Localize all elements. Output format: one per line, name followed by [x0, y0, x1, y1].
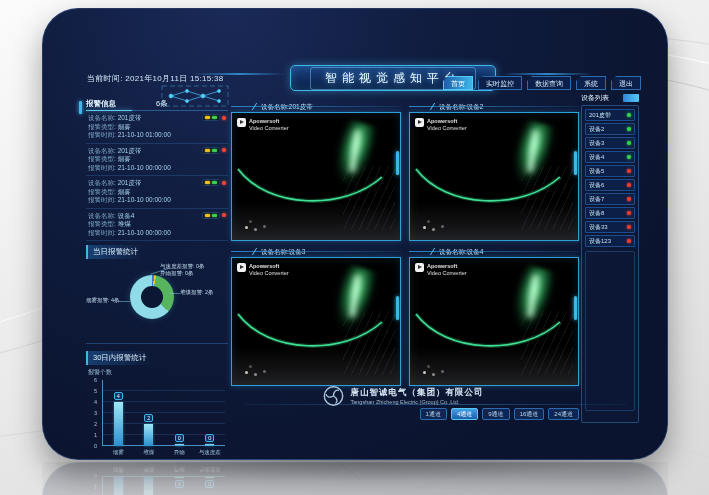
alarm-type: 烟雾: [118, 123, 131, 130]
video-player[interactable]: ApowersoftVideo Converter: [409, 112, 579, 241]
alarm-indicator-lights: [202, 212, 226, 219]
alarm-indicator-lights: [202, 114, 226, 121]
girder-structure: [343, 166, 395, 230]
alarm-time: 21-10-10 00:00:00: [118, 229, 171, 236]
nav-button[interactable]: 实时监控: [478, 76, 522, 90]
device-list-header: 设备列表: [581, 93, 639, 103]
video-scrollbar[interactable]: [574, 296, 577, 320]
y-tick: 2: [86, 421, 97, 427]
video-player[interactable]: ApowersoftVideo Converter: [409, 257, 579, 386]
device-list-spacer: [585, 251, 635, 411]
video-title: 设备名称:设备2: [409, 101, 579, 112]
device-row[interactable]: 201皮带: [585, 109, 635, 121]
nav-button[interactable]: 数据查询: [527, 76, 571, 90]
watermark: ApowersoftVideo Converter: [237, 118, 289, 131]
alarm-card[interactable]: 设备名称: 201皮带 报警类型: 烟雾 报警时间: 21-10-10 00:0…: [86, 176, 228, 209]
bar-value: 0: [205, 434, 214, 443]
device-status-dot: [627, 155, 631, 159]
alarm-device: 201皮带: [118, 114, 142, 121]
company-branding: 唐山智诚电气（集团）有限公司 Tangshan Zhicheng Electri…: [323, 385, 484, 407]
bar-category: 与速度差: [199, 449, 221, 456]
alarm-time: 21-10-10 01:00:00: [118, 131, 171, 138]
device-row[interactable]: 设备8: [585, 207, 635, 219]
dashboard-panel: 当前时间: 2021年10月11日 15:15:38 智能视觉感知平台 首页 实…: [42, 8, 668, 460]
device-status-dot: [627, 211, 631, 215]
alarm-type: 堆煤: [118, 220, 131, 227]
video-title: 设备名称:设备3: [231, 246, 401, 257]
callout-speed: 与速度差报警: 0条: [160, 263, 205, 270]
alarm-card[interactable]: 设备名称: 设备4 报警类型: 堆煤 报警时间: 21-10-10 00:00:…: [86, 209, 228, 242]
device-row[interactable]: 设备4: [585, 151, 635, 163]
nav-button[interactable]: 系统: [576, 76, 606, 90]
video-cell: 设备名称:201皮带 ApowersoftVideo Converter: [231, 101, 401, 241]
bar: [205, 444, 214, 446]
alarm-time: 21-10-10 00:00:00: [118, 196, 171, 203]
channel-button[interactable]: 16通道: [514, 408, 545, 420]
girder-structure: [521, 311, 573, 375]
nav-button[interactable]: 退出: [611, 76, 641, 90]
device-row[interactable]: 设备123: [585, 235, 635, 247]
bar-value: 4: [114, 392, 123, 401]
today-stats-chart: 与速度差报警: 0条 异物报警: 0条 堆煤报警: 2条 烟雾报警: 4条: [86, 259, 228, 341]
alarm-device: 201皮带: [118, 179, 142, 186]
device-status-dot: [627, 127, 631, 131]
y-tick: 5: [86, 388, 97, 394]
alarm-list: 设备名称: 201皮带 报警类型: 烟雾 报警时间: 21-10-10 01:0…: [86, 111, 228, 241]
bar-value: 2: [144, 414, 153, 423]
device-list-tab[interactable]: [623, 94, 639, 102]
alarm-card[interactable]: 设备名称: 201皮带 报警类型: 烟雾 报警时间: 21-10-10 00:0…: [86, 144, 228, 177]
video-grid: 设备名称:201皮带 ApowersoftVideo Converter 设备名…: [231, 101, 579, 387]
nav-button[interactable]: 首页: [443, 76, 473, 90]
alarm-count-badge: 6条: [156, 99, 168, 109]
channel-button[interactable]: 4通道: [451, 408, 478, 420]
sidebar-accent-bar: [79, 101, 82, 114]
video-title: 设备名称:设备4: [409, 246, 579, 257]
y-axis-label: 报警个数: [88, 368, 112, 377]
callout-foreign: 异物报警: 0条: [160, 270, 205, 277]
video-scrollbar[interactable]: [396, 151, 399, 175]
y-tick: 0: [86, 443, 97, 449]
device-status-dot: [627, 225, 631, 229]
girder-structure: [343, 311, 395, 375]
video-cell: 设备名称:设备3 ApowersoftVideo Converter: [231, 246, 401, 386]
watermark: ApowersoftVideo Converter: [237, 263, 289, 276]
left-sidebar: 报警信息 6条 设备名称: 201皮带 报警类型: 烟雾 报警时间: 21-10…: [86, 97, 228, 429]
device-row[interactable]: 设备6: [585, 179, 635, 191]
alarm-panel-header: 报警信息 6条: [86, 97, 228, 111]
channel-switcher: 1通道 4通道 9通道 16通道 24通道: [420, 408, 579, 420]
company-logo: [323, 385, 345, 407]
alarm-indicator-lights: [202, 147, 226, 154]
apowersoft-logo-icon: [415, 118, 424, 127]
device-row[interactable]: 设备5: [585, 165, 635, 177]
device-row[interactable]: 设备2: [585, 123, 635, 135]
y-tick: 3: [86, 410, 97, 416]
alarm-time: 21-10-10 00:00:00: [118, 164, 171, 171]
watermark: ApowersoftVideo Converter: [415, 118, 467, 131]
bar-category: 堆煤: [143, 449, 154, 456]
device-row[interactable]: 设备33: [585, 221, 635, 233]
alarm-type: 烟雾: [118, 188, 131, 195]
video-scrollbar[interactable]: [396, 296, 399, 320]
channel-button[interactable]: 1通道: [420, 408, 447, 420]
device-status-dot: [627, 141, 631, 145]
video-scrollbar[interactable]: [574, 151, 577, 175]
device-row[interactable]: 设备7: [585, 193, 635, 205]
video-cell: 设备名称:设备2 ApowersoftVideo Converter: [409, 101, 579, 241]
video-cell: 设备名称:设备4 ApowersoftVideo Converter: [409, 246, 579, 386]
y-tick: 6: [86, 377, 97, 383]
callout-smoke: 烟雾报警: 4条: [86, 297, 120, 304]
callout-line: [170, 293, 180, 294]
bar-columns: 4烟雾 2堆煤 0异物 0与速度差: [103, 380, 225, 446]
alarm-card[interactable]: 设备名称: 201皮带 报警类型: 烟雾 报警时间: 21-10-10 01:0…: [86, 111, 228, 144]
device-row[interactable]: 设备3: [585, 137, 635, 149]
monthly-stats-title: 30日内报警统计: [86, 351, 151, 365]
apowersoft-logo-icon: [237, 118, 246, 127]
channel-button[interactable]: 24通道: [548, 408, 579, 420]
watermark: ApowersoftVideo Converter: [415, 263, 467, 276]
channel-button[interactable]: 9通道: [482, 408, 509, 420]
alarm-device: 设备4: [118, 212, 135, 219]
company-name-cn: 唐山智诚电气（集团）有限公司: [351, 387, 484, 399]
video-player[interactable]: ApowersoftVideo Converter: [231, 257, 401, 386]
company-name-en: Tangshan Zhicheng Electric (Group) Co.,L…: [351, 399, 484, 405]
video-player[interactable]: ApowersoftVideo Converter: [231, 112, 401, 241]
